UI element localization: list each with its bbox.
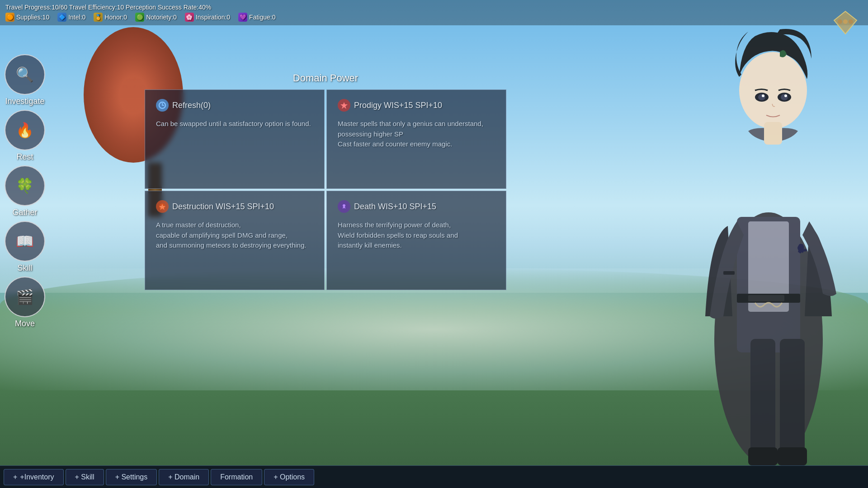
destruction-card-name: Destruction WIS+15 SPI+10 (172, 202, 274, 211)
inventory-plus: + (13, 473, 17, 481)
move-label: Move (15, 319, 35, 328)
sidebar-item-gather[interactable]: 🍀 Gather (5, 165, 45, 217)
svg-rect-22 (750, 339, 775, 465)
bottom-toolbar: + +Inventory + Skill + Settings + Domain… (0, 465, 868, 488)
skill-icon: 📖 (5, 221, 45, 262)
investigate-icon: 🔍 (5, 54, 45, 95)
svg-rect-20 (764, 122, 782, 145)
settings-label: + Settings (115, 473, 148, 481)
sidebar-item-skill[interactable]: 📖 Skill (5, 221, 45, 273)
intel-icon: 🔷 (57, 13, 66, 22)
domain-label: + Domain (168, 473, 199, 481)
travel-info: Travel Progress:10/60 Travel Efficiency:… (5, 4, 863, 11)
domain-card-death[interactable]: Death WIS+10 SPI+15 Harness the terrifyi… (326, 191, 506, 290)
death-icon (338, 200, 350, 213)
stat-supplies: 🟠Supplies:10 (5, 13, 49, 22)
domain-card-prodigy[interactable]: Prodigy WIS+15 SPI+10 Master spells that… (326, 89, 506, 189)
honor-icon: 🏅 (94, 13, 103, 22)
stat-fatigue: 💜Fatigue:0 (238, 13, 275, 22)
formation-button[interactable]: Formation (211, 469, 262, 485)
domain-card-grid: Refresh(0) Can be swapped until a satisf… (145, 89, 506, 290)
sidebar-item-move[interactable]: 🎬 Move (5, 277, 45, 328)
domain-card-refresh-title: Refresh(0) (156, 99, 313, 112)
formation-label: Formation (220, 473, 253, 481)
refresh-card-desc: Can be swapped until a satisfactory opti… (156, 119, 313, 129)
svg-point-1 (838, 19, 842, 24)
stat-honor: 🏅Honor:0 (94, 13, 127, 22)
gather-label: Gather (12, 208, 37, 217)
destruction-icon (156, 200, 169, 213)
svg-point-18 (781, 94, 788, 100)
domain-card-destruction[interactable]: Destruction WIS+15 SPI+10 A true master … (145, 191, 325, 290)
domain-power-title: Domain Power (145, 72, 506, 84)
stat-notoriety: 🟢Notoriety:0 (135, 13, 177, 22)
refresh-icon (156, 99, 169, 112)
skill-button[interactable]: + Skill (66, 469, 104, 485)
character-portrait (665, 0, 868, 465)
fatigue-icon: 💜 (238, 13, 247, 22)
svg-point-16 (762, 94, 764, 97)
svg-point-2 (843, 19, 848, 24)
svg-rect-24 (748, 447, 778, 465)
svg-point-3 (849, 19, 853, 24)
sidebar-item-investigate[interactable]: 🔍 Investigate (5, 54, 45, 106)
domain-button[interactable]: + Domain (159, 469, 209, 485)
options-button[interactable]: + Options (264, 469, 314, 485)
diamond-icon[interactable] (832, 9, 859, 36)
gather-icon: 🍀 (5, 165, 45, 206)
rest-icon: 🔥 (5, 110, 45, 150)
refresh-card-name: Refresh(0) (172, 101, 211, 110)
domain-card-prodigy-title: Prodigy WIS+15 SPI+10 (338, 99, 495, 112)
inventory-button[interactable]: + +Inventory (4, 469, 64, 485)
svg-rect-25 (778, 447, 807, 465)
svg-marker-5 (340, 102, 348, 109)
domain-power-panel: Domain Power Refresh(0) Can be swapped u… (145, 72, 506, 290)
svg-rect-12 (748, 295, 784, 301)
domain-card-destruction-title: Destruction WIS+15 SPI+10 (156, 200, 313, 213)
svg-point-15 (758, 94, 765, 100)
options-label: + Options (274, 473, 305, 481)
prodigy-card-name: Prodigy WIS+15 SPI+10 (354, 101, 442, 110)
sidebar-item-rest[interactable]: 🔥 Rest (5, 110, 45, 162)
settings-button[interactable]: + Settings (106, 469, 157, 485)
rest-label: Rest (16, 152, 33, 162)
svg-rect-21 (723, 271, 735, 275)
notoriety-icon: 🟢 (135, 13, 144, 22)
death-card-name: Death WIS+10 SPI+15 (354, 202, 436, 211)
prodigy-icon (338, 99, 350, 112)
prodigy-card-desc: Master spells that only a genius can und… (338, 119, 495, 150)
skill-label: + Skill (75, 473, 94, 481)
stat-intel: 🔷Intel:0 (57, 13, 85, 22)
stats-row: 🟠Supplies:10🔷Intel:0🏅Honor:0🟢Notoriety:0… (5, 13, 863, 22)
domain-card-refresh[interactable]: Refresh(0) Can be swapped until a satisf… (145, 89, 325, 189)
svg-rect-23 (780, 339, 805, 465)
stat-inspiration: 🌸Inspiration:0 (185, 13, 230, 22)
sidebar-left: 🔍 Investigate 🔥 Rest 🍀 Gather 📖 Skill 🎬 … (5, 54, 45, 328)
destruction-card-desc: A true master of destruction,capable of … (156, 220, 313, 251)
svg-point-19 (784, 94, 787, 97)
move-icon: 🎬 (5, 277, 45, 317)
hud-panel: Travel Progress:10/60 Travel Efficiency:… (0, 0, 868, 25)
skill-label: Skill (17, 263, 32, 273)
inspiration-icon: 🌸 (185, 13, 194, 22)
inventory-label: +Inventory (20, 473, 54, 481)
investigate-label: Investigate (5, 97, 44, 106)
supplies-icon: 🟠 (5, 13, 14, 22)
death-card-desc: Harness the terrifying power of death,Wi… (338, 220, 495, 251)
domain-card-death-title: Death WIS+10 SPI+15 (338, 200, 495, 213)
